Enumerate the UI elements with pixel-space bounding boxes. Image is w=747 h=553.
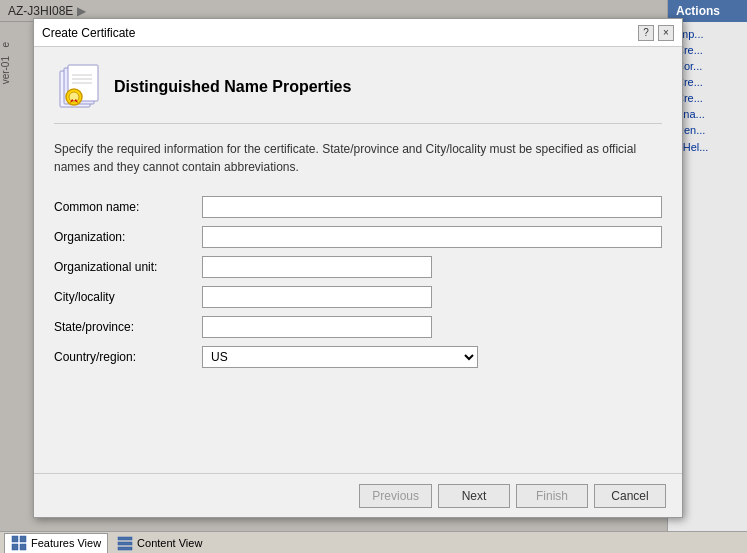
country-select[interactable]: US GB DE FR JP CA AU [202, 346, 478, 368]
iis-background: AZ-J3HI08E ▶ e ver-01 Actions Imp... Cre… [0, 0, 747, 553]
finish-button[interactable]: Finish [516, 484, 588, 508]
cancel-button[interactable]: Cancel [594, 484, 666, 508]
dialog-title: Create Certificate [42, 26, 135, 40]
svg-rect-9 [20, 536, 26, 542]
dialog-header: Distinguished Name Properties [54, 63, 662, 124]
dialog-heading: Distinguished Name Properties [114, 78, 351, 96]
previous-button[interactable]: Previous [359, 484, 432, 508]
svg-rect-12 [118, 537, 132, 540]
organization-label: Organization: [54, 230, 194, 244]
dialog-close-button[interactable]: × [658, 25, 674, 41]
dialog-content: Distinguished Name Properties Specify th… [34, 47, 682, 404]
dialog-titlebar: Create Certificate ? × [34, 19, 682, 47]
country-label: Country/region: [54, 350, 194, 364]
status-bar: Features View Content View [0, 531, 747, 553]
certificate-form: Common name: Organization: Organizationa… [54, 196, 662, 368]
org-unit-input[interactable] [202, 256, 432, 278]
content-view-icon [117, 535, 133, 551]
features-view-icon [11, 535, 27, 551]
dialog-help-button[interactable]: ? [638, 25, 654, 41]
sidebar-item-help[interactable]: Hel... [683, 141, 709, 153]
common-name-input[interactable] [202, 196, 662, 218]
svg-rect-11 [20, 544, 26, 550]
city-input[interactable] [202, 286, 432, 308]
state-input[interactable] [202, 316, 432, 338]
common-name-label: Common name: [54, 200, 194, 214]
certificate-icon [54, 63, 102, 111]
dialog-description: Specify the required information for the… [54, 140, 662, 176]
org-unit-label: Organizational unit: [54, 260, 194, 274]
features-view-tab[interactable]: Features View [4, 533, 108, 553]
dialog-footer: Previous Next Finish Cancel [34, 473, 682, 517]
create-certificate-dialog: Create Certificate ? × [33, 18, 683, 518]
content-view-label: Content View [137, 537, 202, 549]
features-view-label: Features View [31, 537, 101, 549]
state-label: State/province: [54, 320, 194, 334]
next-button[interactable]: Next [438, 484, 510, 508]
svg-rect-13 [118, 542, 132, 545]
svg-rect-8 [12, 536, 18, 542]
svg-rect-10 [12, 544, 18, 550]
organization-input[interactable] [202, 226, 662, 248]
svg-rect-14 [118, 547, 132, 550]
city-label: City/locality [54, 290, 194, 304]
dialog-controls: ? × [638, 25, 674, 41]
content-view-tab[interactable]: Content View [110, 533, 209, 553]
